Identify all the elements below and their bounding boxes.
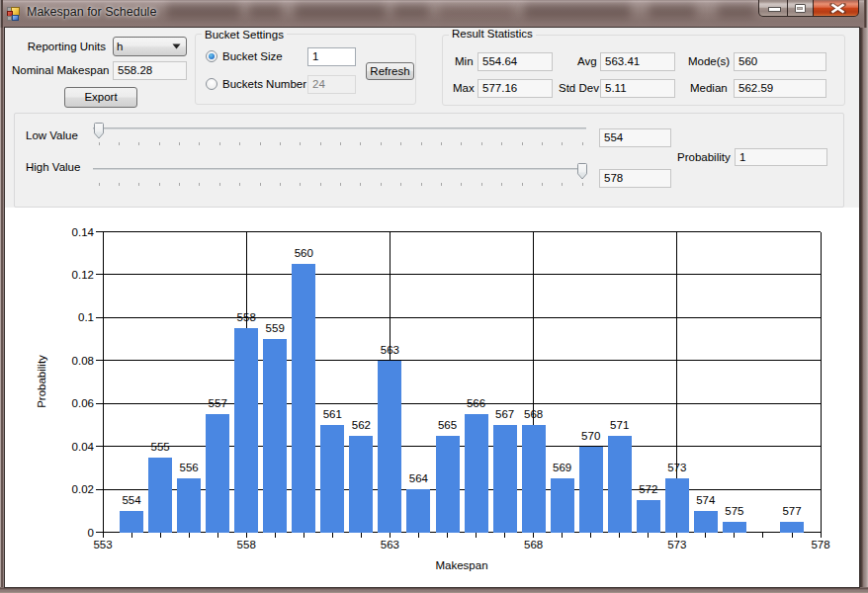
svg-text:565: 565 [438,419,457,431]
svg-text:0.08: 0.08 [72,355,94,367]
svg-text:566: 566 [467,397,485,409]
svg-text:Probability: Probability [36,355,47,408]
svg-text:568: 568 [524,408,543,420]
svg-text:559: 559 [266,322,285,334]
svg-text:558: 558 [237,311,256,323]
svg-text:0.1: 0.1 [78,311,94,323]
svg-text:568: 568 [524,539,543,551]
svg-text:0.04: 0.04 [72,441,95,453]
svg-text:560: 560 [295,247,313,259]
svg-text:0: 0 [88,527,94,539]
svg-text:573: 573 [667,539,686,551]
svg-text:571: 571 [610,419,629,431]
svg-text:0.02: 0.02 [72,483,94,495]
svg-text:567: 567 [495,408,514,420]
svg-text:554: 554 [122,494,141,506]
svg-text:555: 555 [151,441,170,453]
svg-text:562: 562 [352,419,371,431]
svg-text:574: 574 [696,494,716,506]
svg-text:0.12: 0.12 [72,269,94,281]
svg-text:573: 573 [667,462,686,473]
svg-text:575: 575 [725,505,743,517]
svg-text:557: 557 [209,397,227,409]
svg-text:561: 561 [323,408,342,420]
svg-text:564: 564 [409,472,429,484]
svg-text:553: 553 [93,539,112,551]
svg-text:Makespan: Makespan [435,559,487,571]
svg-text:556: 556 [180,462,199,473]
svg-text:558: 558 [237,539,256,551]
svg-text:563: 563 [381,539,399,551]
svg-text:572: 572 [639,483,657,495]
svg-text:578: 578 [811,539,829,551]
svg-text:570: 570 [581,430,600,442]
svg-text:0.14: 0.14 [72,226,95,238]
svg-text:563: 563 [381,344,399,356]
svg-text:577: 577 [782,505,801,517]
svg-text:569: 569 [553,462,571,473]
svg-text:0.06: 0.06 [72,397,94,409]
